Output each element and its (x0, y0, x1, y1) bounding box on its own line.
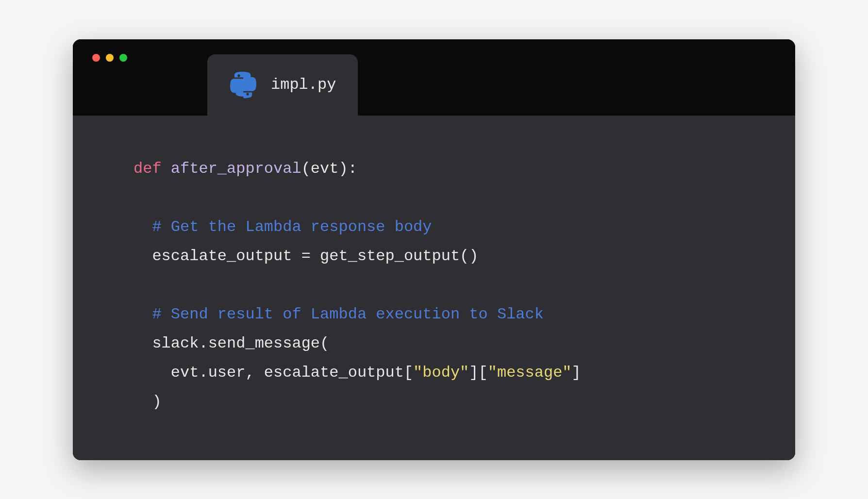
code-line-7: slack.send_message( (134, 329, 795, 358)
code-editor[interactable]: def after_approval(evt): # Get the Lambd… (73, 116, 795, 460)
code-line-5 (134, 271, 795, 300)
titlebar: impl.py (73, 39, 795, 116)
code-line-4: escalate_output = get_step_output() (134, 242, 795, 271)
minimize-window-button[interactable] (106, 54, 114, 62)
code-line-9: ) (134, 387, 795, 416)
python-icon (229, 71, 257, 99)
file-tab[interactable]: impl.py (207, 54, 358, 116)
code-line-6: # Send result of Lambda execution to Sla… (134, 300, 795, 329)
close-window-button[interactable] (92, 54, 100, 62)
window-controls (73, 39, 127, 62)
tab-filename: impl.py (271, 76, 336, 94)
code-line-8: evt.user, escalate_output["body"]["messa… (134, 358, 795, 387)
code-line-3: # Get the Lambda response body (134, 213, 795, 242)
maximize-window-button[interactable] (119, 54, 127, 62)
code-editor-window: impl.py def after_approval(evt): # Get t… (73, 39, 795, 460)
code-line-1: def after_approval(evt): (134, 154, 795, 183)
code-line-2 (134, 183, 795, 213)
